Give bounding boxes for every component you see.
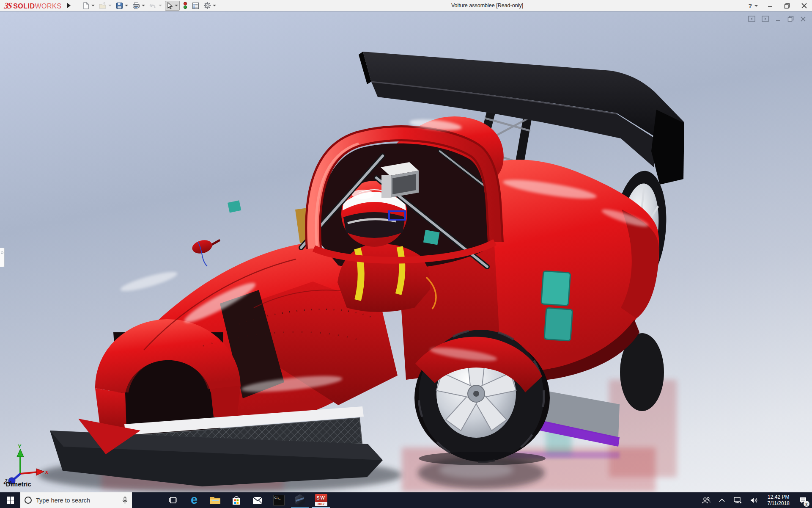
close-icon <box>801 3 807 8</box>
teal-cockpit-panel <box>228 200 241 213</box>
file-properties-button[interactable] <box>191 1 200 10</box>
feature-manager-collapsed-tab[interactable] <box>0 248 5 267</box>
rear-view-mirror <box>381 162 419 198</box>
mail-icon <box>252 497 263 504</box>
clock-date: 7/11/2018 <box>768 500 790 507</box>
network-button[interactable] <box>731 492 744 508</box>
cmd-label: C:\_ <box>274 496 281 500</box>
quick-access-toolbar <box>81 1 217 11</box>
triad-x-label: x <box>45 469 48 475</box>
people-icon <box>702 497 710 504</box>
people-button[interactable] <box>700 492 713 508</box>
volume-button[interactable] <box>748 492 761 508</box>
edge-browser-button[interactable]: e <box>184 492 205 508</box>
expand-panel-icon <box>1 251 3 254</box>
brand-name-bold: SOLID <box>13 3 35 10</box>
help-button[interactable]: ? <box>748 3 758 9</box>
clock-time: 12:42 PM <box>768 494 789 500</box>
menu-flyout-arrow-icon[interactable] <box>67 3 71 8</box>
close-document-icon[interactable] <box>800 16 806 22</box>
save-button[interactable] <box>115 1 129 10</box>
minimize-document-icon[interactable] <box>775 16 781 22</box>
dock-right-icon[interactable] <box>762 16 769 22</box>
dropdown-caret[interactable] <box>175 5 178 6</box>
hexagon-app-icon <box>294 494 305 506</box>
options-button[interactable] <box>202 1 217 10</box>
mail-button[interactable] <box>247 492 268 508</box>
minimize-button[interactable] <box>765 1 775 11</box>
printer-icon <box>132 2 140 9</box>
dropdown-caret[interactable] <box>108 5 112 6</box>
window-title: Voiture assomblee [Read-only] <box>451 0 523 11</box>
save-floppy-icon <box>116 2 123 9</box>
toolbar-separator <box>75 1 75 10</box>
windows-logo-icon <box>7 497 14 504</box>
speaker-icon <box>750 497 758 504</box>
start-button[interactable] <box>0 492 20 508</box>
dropdown-caret[interactable] <box>754 5 758 7</box>
task-view-button[interactable] <box>162 492 184 508</box>
undo-button[interactable] <box>148 1 163 10</box>
left-mirror <box>191 238 220 266</box>
dropdown-caret[interactable] <box>159 5 162 6</box>
file-explorer-icon <box>210 496 221 505</box>
cortana-icon <box>25 497 32 504</box>
undo-arrow-icon <box>149 2 157 9</box>
rebuild-traffic-light-icon <box>183 2 188 9</box>
open-button[interactable] <box>98 1 113 10</box>
dassault-3ds-logo-mark: 3S <box>3 1 12 11</box>
solidworks-taskbar-button[interactable]: SW 2017 <box>310 492 332 508</box>
microsoft-store-button[interactable] <box>226 492 247 508</box>
rebuild-button[interactable] <box>181 1 189 10</box>
help-label: ? <box>748 3 752 9</box>
title-bar-controls: ? <box>748 0 809 11</box>
select-tool-button[interactable] <box>165 1 180 11</box>
title-bar: 3S SOLIDWORKS <box>0 0 812 11</box>
network-icon <box>733 497 742 504</box>
print-button[interactable] <box>131 1 146 10</box>
3d-viewport-canvas[interactable] <box>0 11 812 492</box>
document-window-controls <box>748 16 806 22</box>
file-properties-icon <box>192 2 199 9</box>
orientation-triad: Y x z <box>3 443 49 486</box>
action-center-button[interactable]: 2 <box>796 492 809 508</box>
graphics-viewport[interactable]: Y x z *Dimetric <box>0 11 812 492</box>
dropdown-caret[interactable] <box>213 5 216 6</box>
store-icon <box>232 496 241 505</box>
restore-icon <box>784 3 790 9</box>
command-prompt-button[interactable]: C:\_ <box>268 492 289 508</box>
options-gear-icon <box>203 2 211 9</box>
dropdown-caret[interactable] <box>91 5 95 6</box>
solidworks-2017-icon: SW 2017 <box>315 494 327 506</box>
dropdown-caret[interactable] <box>125 5 128 6</box>
sw-label: SW <box>316 494 326 502</box>
new-document-button[interactable] <box>81 1 96 10</box>
file-explorer-button[interactable] <box>205 492 226 508</box>
harness-strap <box>398 247 402 294</box>
triad-y-label: Y <box>18 443 22 450</box>
task-view-icon <box>169 497 177 504</box>
chevron-up-icon <box>719 498 725 502</box>
hexagon-app-button[interactable] <box>289 492 310 508</box>
microphone-icon[interactable] <box>122 497 128 504</box>
dropdown-caret[interactable] <box>142 5 145 6</box>
taskbar-search-input[interactable]: Type here to search <box>20 492 132 508</box>
clock[interactable]: 12:42 PM 7/11/2018 <box>764 492 793 508</box>
view-orientation-label: *Dimetric <box>3 480 31 488</box>
show-hidden-icons-button[interactable] <box>716 492 727 508</box>
notification-badge: 2 <box>804 501 809 507</box>
edge-icon: e <box>191 494 198 506</box>
sw-year-label: 2017 <box>315 502 327 506</box>
restore-button[interactable] <box>782 1 792 11</box>
dock-left-icon[interactable] <box>748 16 755 22</box>
select-cursor-icon <box>167 2 173 9</box>
open-folder-icon <box>99 2 107 9</box>
taskbar-app-icons: e <box>162 492 332 508</box>
restore-document-icon[interactable] <box>787 16 794 22</box>
windows-taskbar: Type here to search e <box>0 492 812 508</box>
solidworks-application-window: 3S SOLIDWORKS <box>0 0 812 508</box>
new-document-icon <box>82 2 90 9</box>
search-placeholder: Type here to search <box>36 497 118 504</box>
solidworks-logo: 3S SOLIDWORKS <box>4 1 61 11</box>
close-button[interactable] <box>799 1 809 11</box>
